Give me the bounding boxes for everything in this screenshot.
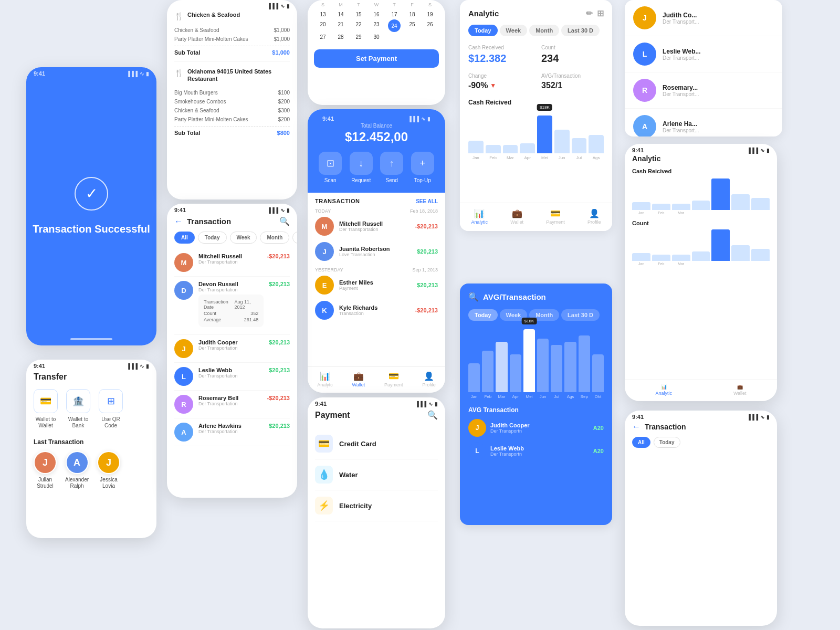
phone8-nav-analytic[interactable]: 📊 Analytic <box>655 384 672 396</box>
list-item-mitchell[interactable]: M Mitchell Russell Der Transportation -$… <box>174 249 290 277</box>
txn-info-juanita: Juanita Robertson Love Transaction <box>339 246 412 257</box>
nav-analytic[interactable]: 📊 Analytc <box>317 371 333 387</box>
signal-icon-2: ▐▐▐ <box>127 363 138 369</box>
avatar-kyle: K <box>315 301 334 320</box>
edit-icon[interactable]: ✏ <box>586 8 593 18</box>
amount-arlene: $20,213 <box>269 423 290 429</box>
action-send[interactable]: ↑ Send <box>380 152 403 183</box>
list-item-judith-6[interactable]: J Judith Cooper Der Transportation $20,2… <box>174 335 290 363</box>
wallet-actions: ⊡ Scan ↓ Request ↑ Send + Top-Up <box>315 152 438 183</box>
last-txn-user-1[interactable]: J JulianStrudel <box>34 451 57 489</box>
txn-item-juanita[interactable]: J Juanita Robertson Love Transaction $20… <box>315 242 438 261</box>
tab-month-analytics[interactable]: Month <box>529 25 559 36</box>
phone-transaction-list: 9:41 ▐▐▐ ∿ ▮ ← Transaction 🔍 All Today W… <box>167 204 297 498</box>
action-scan[interactable]: ⊡ Scan <box>319 152 342 183</box>
see-all-link[interactable]: SEE ALL <box>416 198 438 204</box>
payment-icon: 💳 <box>388 371 399 381</box>
wallet-to-bank-icon: 🏦 <box>66 389 90 413</box>
metric-change: Change -90% ▼ <box>468 73 531 90</box>
search-icon-6[interactable]: 🔍 <box>279 216 290 226</box>
bar-apr <box>520 143 535 153</box>
avg-bar-mei: $18K <box>523 329 535 392</box>
credit-card-icon: 💳 <box>315 435 333 453</box>
nav-wallet-panel[interactable]: 💼 Wallet <box>510 208 523 225</box>
receipt-items-2: Big Mouth Burgers $100 Smokehouse Combos… <box>174 88 290 124</box>
nav-profile-panel[interactable]: 👤 Profile <box>587 208 601 225</box>
phone-wallet: 9:41 ▐▐▐ ∿ ▮ Total Balance $12.452,00 ⊡ … <box>308 109 445 393</box>
avg-tab-today[interactable]: Today <box>468 309 498 321</box>
nav-wallet[interactable]: 💼 Wallet <box>352 371 365 387</box>
list-item-arlene[interactable]: A Arlene Hawkins Der Transportation $20,… <box>174 418 290 446</box>
list-item-devon[interactable]: D Devon Russell Der Transportation Trans… <box>174 277 290 335</box>
list-item-rosemary[interactable]: R Rosemary Bell Der Transportation -$20,… <box>174 391 290 418</box>
filter-icon[interactable]: ⊞ <box>597 8 604 18</box>
battery-icon-2: ▮ <box>146 363 149 369</box>
phone9-tab-today[interactable]: Today <box>654 437 680 448</box>
phone-payment: 9:41 ▐▐▐ ∿ ▮ Payment 🔍 💳 Credit Card 💧 W… <box>308 397 445 628</box>
analytics-metrics: Cash Received $12.382 Count 234 <box>468 45 604 65</box>
txn-item-mitchell[interactable]: M Mitchell Russell Der Transportation -$… <box>315 217 438 236</box>
total-balance-label: Total Balance <box>315 123 438 129</box>
receipt-items-1: Chicken & Seafood $1,000 Party Platter M… <box>174 26 290 44</box>
filter-tabs-6: All Today Week Month L <box>167 232 297 249</box>
avg-txn-leslie[interactable]: L Leslie Webb Der Transportn A20 <box>468 442 604 460</box>
txn-item-kyle[interactable]: K Kyle Richards Transaction -$20,213 <box>315 301 438 320</box>
payment-credit-card[interactable]: 💳 Credit Card <box>315 428 438 459</box>
action-request[interactable]: ↓ Request <box>350 152 373 183</box>
action-topup[interactable]: + Top-Up <box>411 152 434 183</box>
payment-search-icon[interactable]: 🔍 <box>427 410 438 420</box>
nav-analytic-panel[interactable]: 📊 Analytic <box>471 208 488 225</box>
last-txn-user-3[interactable]: J JessicaLovia <box>97 451 120 489</box>
right-list-rosemary[interactable]: R Rosemary... Der Transport... <box>625 72 782 109</box>
nav-payment-panel[interactable]: 💳 Payment <box>546 208 565 225</box>
subtotal-2: Sub Total $800 <box>174 126 290 136</box>
avg-txn-judith[interactable]: J Judith Cooper Der Transportn A20 <box>468 419 604 437</box>
last-txn-user-2[interactable]: A AlexanderRalph <box>65 451 89 489</box>
right-list-judith[interactable]: J Judith Co... Der Transport... <box>625 0 782 36</box>
set-payment-button[interactable]: Set Payment <box>314 49 439 68</box>
payment-electricity[interactable]: ⚡ Electricity <box>315 490 438 521</box>
tab-last30-analytics[interactable]: Last 30 D <box>561 25 600 36</box>
item-5-name: Chicken & Seafood <box>174 108 219 113</box>
tab-all[interactable]: All <box>174 232 195 244</box>
right-list-arlene[interactable]: A Arlene Ha... Der Transport... <box>625 109 782 136</box>
panel-action-icons: ✏ ⊞ <box>586 8 604 18</box>
restaurant-2-name: Oklahoma 94015 United States Restaurant <box>187 68 290 83</box>
nav-payment[interactable]: 💳 Payment <box>384 371 403 387</box>
wallet-to-wallet[interactable]: 💳 Wallet toWallet <box>34 389 58 429</box>
signal-icon-6: ▐▐▐ <box>267 207 278 213</box>
avg-header: 🔍 AVG/Transaction <box>468 292 546 302</box>
phone9-tab-all[interactable]: All <box>632 437 650 448</box>
use-qr-code[interactable]: ⊞ Use QRCode <box>99 389 123 429</box>
phone8-nav-wallet[interactable]: 💼 Wallet <box>733 384 747 396</box>
avg-search-icon[interactable]: 🔍 <box>468 292 479 302</box>
avg-tab-last30[interactable]: Last 30 D <box>561 309 600 321</box>
list-item-leslie-6[interactable]: L Leslie Webb Der Transportation $20,213 <box>174 363 290 391</box>
tab-week-analytics[interactable]: Week <box>500 25 528 36</box>
receipt-item-1: Chicken & Seafood $1,000 <box>174 26 290 35</box>
tab-week[interactable]: Week <box>230 232 257 244</box>
tab-l[interactable]: L <box>292 232 297 244</box>
right-info-rosemary: Rosemary... Der Transport... <box>663 84 699 97</box>
avatar-jessica: J <box>97 451 120 474</box>
item-3-price: $100 <box>278 90 290 96</box>
back-arrow-6[interactable]: ← <box>174 217 183 226</box>
avg-code-judith: A20 <box>593 425 604 431</box>
receipt-item-5: Chicken & Seafood $300 <box>174 106 290 115</box>
payment-water[interactable]: 💧 Water <box>315 459 438 490</box>
avatar-arlene: A <box>174 423 193 442</box>
tab-month[interactable]: Month <box>260 232 289 244</box>
wallet-header: 9:41 ▐▐▐ ∿ ▮ Total Balance $12.452,00 ⊡ … <box>308 109 445 193</box>
tab-today-analytics[interactable]: Today <box>468 25 498 36</box>
wallet-to-wallet-icon: 💳 <box>34 389 58 413</box>
time-7: 9:41 <box>315 401 327 407</box>
credit-card-label: Credit Card <box>339 440 376 448</box>
nav-profile[interactable]: 👤 Profile <box>422 371 436 387</box>
metric-count: Count 234 <box>541 45 604 65</box>
analytics-title: Analytic <box>468 9 499 18</box>
wallet-to-bank[interactable]: 🏦 Wallet toBank <box>66 389 90 429</box>
back-arrow-9[interactable]: ← <box>632 422 640 432</box>
right-list-leslie[interactable]: L Leslie Web... Der Transport... <box>625 36 782 72</box>
tab-today[interactable]: Today <box>198 232 227 244</box>
txn-item-esther[interactable]: E Esther Miles Payment $20,213 <box>315 276 438 295</box>
